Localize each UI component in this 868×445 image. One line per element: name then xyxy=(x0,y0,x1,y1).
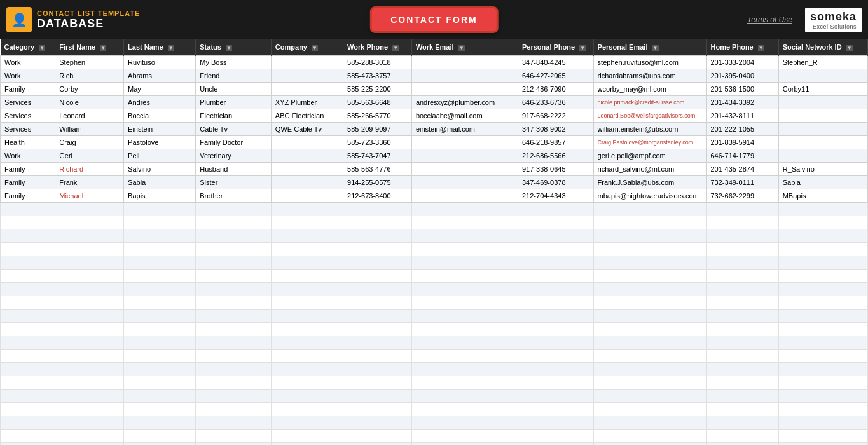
col-header-social-id[interactable]: Social Network ID ▼ xyxy=(778,39,867,56)
cell-home_phone: 201-432-8111 xyxy=(706,109,778,123)
cell-empty xyxy=(196,243,272,256)
filter-icon-home-phone[interactable]: ▼ xyxy=(758,45,764,51)
cell-empty xyxy=(55,296,124,310)
cell-personal_email: wcorby_may@ml.com xyxy=(593,83,706,96)
cell-company xyxy=(271,176,343,189)
col-header-company[interactable]: Company ▼ xyxy=(271,39,343,56)
col-header-personal-email[interactable]: Personal Email ▼ xyxy=(593,39,706,56)
col-header-work-email[interactable]: Work Email ▼ xyxy=(411,39,518,56)
cell-empty xyxy=(55,256,124,270)
col-header-first-name[interactable]: First Name ▼ xyxy=(55,39,124,56)
cell-work_phone: 212-673-8400 xyxy=(343,189,412,203)
cell-empty xyxy=(124,323,196,336)
cell-empty xyxy=(411,203,518,216)
table-row: ServicesNicoleAndresPlumberXYZ Plumber58… xyxy=(1,96,868,109)
cell-empty xyxy=(706,443,778,446)
filter-icon-last-name[interactable]: ▼ xyxy=(168,45,174,51)
cell-empty xyxy=(124,216,196,229)
cell-work_email xyxy=(411,83,518,96)
cell-work_email: andresxyz@plumber.com xyxy=(411,96,518,109)
filter-icon-personal-phone[interactable]: ▼ xyxy=(579,45,586,51)
cell-category: Family xyxy=(1,189,55,203)
table-row: FamilyRichardSalvinoHusband585-563-47769… xyxy=(1,163,868,176)
cell-empty xyxy=(778,283,867,296)
terms-of-use-link[interactable]: Terms of Use xyxy=(747,15,792,24)
cell-work_email xyxy=(411,56,518,69)
cell-empty xyxy=(196,229,272,243)
cell-category: Work xyxy=(1,56,55,69)
cell-empty xyxy=(518,310,594,323)
filter-icon-work-email[interactable]: ▼ xyxy=(458,45,465,51)
cell-home_phone: 201-536-1500 xyxy=(706,83,778,96)
table-row-empty xyxy=(1,336,868,350)
table-row-empty xyxy=(1,390,868,403)
cell-status: Brother xyxy=(196,189,272,203)
filter-icon-social-id[interactable]: ▼ xyxy=(846,45,853,51)
col-header-personal-phone[interactable]: Personal Phone ▼ xyxy=(518,39,594,56)
someka-logo-text: someka xyxy=(810,10,857,24)
filter-icon-personal-email[interactable]: ▼ xyxy=(652,45,659,51)
cell-social_id xyxy=(778,96,867,109)
cell-last_name: Boccia xyxy=(124,109,196,123)
cell-empty xyxy=(706,430,778,443)
cell-personal_email: Craig.Pastolove@morganstanley.com xyxy=(593,136,706,149)
cell-empty xyxy=(343,416,412,430)
filter-icon-work-phone[interactable]: ▼ xyxy=(392,45,399,51)
cell-empty xyxy=(271,376,343,390)
cell-empty xyxy=(593,350,706,363)
cell-personal_email: mbapis@hightoweradvisors.com xyxy=(593,189,706,203)
cell-empty xyxy=(343,203,412,216)
cell-work_email xyxy=(411,136,518,149)
table-row-empty xyxy=(1,350,868,363)
cell-empty xyxy=(124,443,196,446)
cell-empty xyxy=(1,203,55,216)
cell-empty xyxy=(706,403,778,416)
cell-empty xyxy=(271,216,343,229)
cell-last_name: May xyxy=(124,83,196,96)
cell-empty xyxy=(196,216,272,229)
filter-icon-category[interactable]: ▼ xyxy=(39,45,45,51)
cell-personal_phone: 212-486-7090 xyxy=(518,83,594,96)
col-header-last-name[interactable]: Last Name ▼ xyxy=(124,39,196,56)
cell-empty xyxy=(706,296,778,310)
filter-icon-company[interactable]: ▼ xyxy=(312,45,318,51)
table-row: FamilyFrankSabiaSister914-255-0575347-46… xyxy=(1,176,868,189)
cell-empty xyxy=(343,350,412,363)
cell-empty xyxy=(55,443,124,446)
cell-social_id xyxy=(778,136,867,149)
cell-status: Family Doctor xyxy=(196,136,272,149)
contact-form-button[interactable]: CONTACT FORM xyxy=(369,6,499,33)
cell-empty xyxy=(343,216,412,229)
cell-first_name: Richard xyxy=(55,163,124,176)
cell-empty xyxy=(411,336,518,350)
cell-empty xyxy=(706,323,778,336)
col-header-category[interactable]: Category ▼ xyxy=(1,39,55,56)
cell-empty xyxy=(1,390,55,403)
cell-empty xyxy=(124,416,196,430)
cell-empty xyxy=(411,390,518,403)
cell-empty xyxy=(124,363,196,376)
cell-empty xyxy=(124,243,196,256)
col-header-work-phone[interactable]: Work Phone ▼ xyxy=(343,39,412,56)
cell-personal_email: richard_salvino@ml.com xyxy=(593,163,706,176)
cell-work_phone: 585-723-3360 xyxy=(343,136,412,149)
col-header-home-phone[interactable]: Home Phone ▼ xyxy=(706,39,778,56)
cell-empty xyxy=(196,403,272,416)
filter-icon-first-name[interactable]: ▼ xyxy=(100,45,106,51)
cell-empty xyxy=(343,430,412,443)
cell-empty xyxy=(411,256,518,270)
cell-empty xyxy=(778,363,867,376)
cell-empty xyxy=(706,216,778,229)
cell-empty xyxy=(55,363,124,376)
cell-empty xyxy=(1,229,55,243)
cell-empty xyxy=(778,416,867,430)
cell-last_name: Abrams xyxy=(124,69,196,83)
cell-empty xyxy=(1,363,55,376)
col-header-status[interactable]: Status ▼ xyxy=(196,39,272,56)
cell-social_id: Corby11 xyxy=(778,83,867,96)
filter-icon-status[interactable]: ▼ xyxy=(226,45,232,51)
cell-social_id xyxy=(778,149,867,163)
table-row-empty xyxy=(1,430,868,443)
cell-empty xyxy=(124,270,196,283)
cell-personal_email: Leonard.Boc@wellsfargoadvisors.com xyxy=(593,109,706,123)
